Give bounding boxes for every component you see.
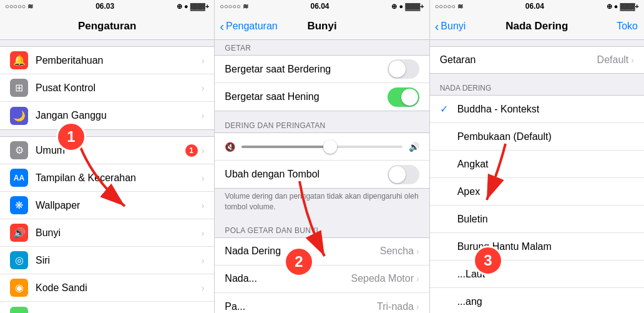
chevron-back-icon-2: ‹ bbox=[220, 20, 224, 32]
chevron-nada-3: › bbox=[416, 302, 419, 312]
nav-title-1: Pengaturan bbox=[78, 20, 137, 32]
vol-high-icon: 🔊 bbox=[409, 142, 419, 152]
value-nada-3: Tri-nada bbox=[377, 301, 414, 312]
getaran-chevron: › bbox=[631, 55, 634, 65]
ringtone-laut[interactable]: ✓ ...Laut bbox=[430, 261, 644, 288]
signal-left-2: ○○○○○ ≋ bbox=[220, 2, 248, 11]
header-nada-dering-section: NADA DERING bbox=[430, 80, 644, 95]
ringtone-angkat[interactable]: ✓ Angkat bbox=[430, 151, 644, 178]
list-item-tampilan[interactable]: AA Tampilan & Kecerahan › bbox=[0, 164, 214, 192]
list-item-last[interactable]: — › bbox=[0, 302, 214, 313]
chevron-last: › bbox=[202, 311, 205, 313]
list-item-wallpaper[interactable]: ❋ Wallpaper › bbox=[0, 192, 214, 219]
settings-group-2: ⚙ Umum 1 › AA Tampilan & Kecerahan › ❋ W… bbox=[0, 136, 214, 313]
label-wallpaper: Wallpaper bbox=[36, 200, 202, 211]
list-item-umum[interactable]: ⚙ Umum 1 › bbox=[0, 137, 214, 164]
label-pusatkontrol: Pusat Kontrol bbox=[36, 82, 202, 94]
time-2: 06.04 bbox=[310, 2, 329, 11]
status-right-2: ⊕ ● ▓▓▓+ bbox=[391, 2, 424, 11]
list-item-ubah-tombol[interactable]: Ubah dengan Tombol bbox=[215, 161, 429, 188]
label-buletin: Buletin bbox=[457, 214, 634, 225]
nav-bar-1: Pengaturan bbox=[0, 12, 214, 40]
chevron-umum: › bbox=[202, 146, 205, 156]
list-item-pusatkontrol[interactable]: ⊞ Pusat Kontrol › bbox=[0, 74, 214, 102]
list-item-siri[interactable]: ◎ Siri › bbox=[0, 247, 214, 274]
back-label-3: Bunyi bbox=[441, 21, 466, 32]
back-button-2[interactable]: ‹ Pengaturan bbox=[220, 20, 277, 32]
icon-kodesandi: ◉ bbox=[10, 279, 28, 297]
icon-umum: ⚙ bbox=[10, 141, 28, 159]
nav-right-toko[interactable]: Toko bbox=[617, 21, 638, 32]
getaran-value: Default bbox=[597, 54, 629, 66]
vol-fill bbox=[242, 146, 330, 148]
chevron-wallpaper: › bbox=[202, 201, 205, 211]
vol-low-icon: 🔇 bbox=[225, 142, 235, 152]
list-item-kodesandi[interactable]: ◉ Kode Sandi › bbox=[0, 274, 214, 302]
chevron-nada-dering: › bbox=[416, 246, 419, 256]
chevron-nada-2: › bbox=[416, 274, 419, 284]
list-item-nada-dering[interactable]: Nada Dering Sencha › bbox=[215, 238, 429, 266]
label-bunyi: Bunyi bbox=[36, 227, 202, 239]
panel1-content: 🔔 Pemberitahuan › ⊞ Pusat Kontrol › 🌙 Ja… bbox=[0, 40, 214, 313]
icon-pusatkontrol: ⊞ bbox=[10, 79, 28, 97]
signal-left-3: ○○○○○ ≋ bbox=[435, 2, 463, 11]
ringtone-list: ✓ Buddha - Kontekst ✓ Pembukaan (Default… bbox=[430, 95, 644, 313]
volume-row[interactable]: 🔇 🔊 bbox=[215, 133, 429, 161]
checkmark-buddha: ✓ bbox=[440, 103, 452, 115]
nav-bar-3: ‹ Bunyi Nada Dering Toko bbox=[430, 12, 644, 40]
ringtone-ang[interactable]: ✓ ...ang bbox=[430, 288, 644, 313]
volume-slider[interactable] bbox=[242, 146, 402, 148]
toggle-bergetar-hening[interactable] bbox=[388, 87, 419, 107]
time-1: 06.03 bbox=[95, 2, 114, 11]
toggle-bergetar-berdering[interactable] bbox=[388, 59, 419, 79]
icon-bunyi: 🔊 bbox=[10, 224, 28, 242]
chevron-siri: › bbox=[202, 256, 205, 266]
back-button-3[interactable]: ‹ Bunyi bbox=[435, 20, 466, 32]
ringtone-burunghantu[interactable]: ✓ Burung Hantu Malam bbox=[430, 233, 644, 261]
group-pola: Nada Dering Sencha › Nada... Sepeda Moto… bbox=[215, 237, 429, 313]
list-item-nada-2[interactable]: Nada... Sepeda Motor › bbox=[215, 266, 429, 293]
toggle-ubah-tombol[interactable] bbox=[388, 165, 419, 184]
label-bergetar-hening: Bergetar saat Hening bbox=[225, 91, 387, 102]
chevron-janganganggu: › bbox=[202, 111, 205, 121]
list-item-janganganggu[interactable]: 🌙 Jangan Ganggu › bbox=[0, 102, 214, 129]
settings-group-1: 🔔 Pemberitahuan › ⊞ Pusat Kontrol › 🌙 Ja… bbox=[0, 46, 214, 130]
value-nada-2: Sepeda Motor bbox=[351, 273, 414, 284]
list-item-bergetar-hening[interactable]: Bergetar saat Hening bbox=[215, 83, 429, 111]
list-item-bunyi[interactable]: 🔊 Bunyi › bbox=[0, 219, 214, 247]
chevron-kodesandi: › bbox=[202, 283, 205, 293]
chevron-pemberitahuan: › bbox=[202, 56, 205, 66]
panel-pengaturan: ○○○○○ ≋ 06.03 ⊕ ● ▓▓▓+ Pengaturan 🔔 Pemb… bbox=[0, 0, 215, 313]
header-getar: GETAR bbox=[215, 40, 429, 55]
label-bergetar-berdering: Bergetar saat Berdering bbox=[225, 64, 387, 75]
vol-thumb bbox=[323, 140, 337, 154]
list-item-nada-3[interactable]: Pa... Tri-nada › bbox=[215, 293, 429, 313]
circle-num-1: 1 bbox=[56, 122, 86, 152]
getaran-row[interactable]: Getaran Default › bbox=[430, 46, 644, 74]
badge-umum: 1 bbox=[185, 144, 198, 157]
icon-last: — bbox=[10, 307, 28, 314]
ringtone-apex[interactable]: ✓ Apex bbox=[430, 178, 644, 206]
group-dering: 🔇 🔊 Ubah dengan Tombol bbox=[215, 132, 429, 189]
label-ubah-tombol: Ubah dengan Tombol bbox=[225, 169, 387, 180]
back-label-2: Pengaturan bbox=[226, 21, 278, 32]
ringtone-buddha[interactable]: ✓ Buddha - Kontekst bbox=[430, 96, 644, 123]
status-right-1: ⊕ ● ▓▓▓+ bbox=[177, 2, 209, 11]
label-pembukaan: Pembukaan (Default) bbox=[457, 131, 634, 142]
chevron-bunyi: › bbox=[202, 228, 205, 238]
time-3: 06.04 bbox=[525, 2, 544, 11]
header-pola: POLA GETAR DAN BUNYI bbox=[215, 222, 429, 237]
icon-siri: ◎ bbox=[10, 251, 28, 269]
panel-nada-dering: ○○○○○ ≋ 06.04 ⊕ ● ▓▓▓+ ‹ Bunyi Nada Deri… bbox=[430, 0, 644, 313]
list-item-bergetar-berdering[interactable]: Bergetar saat Berdering bbox=[215, 56, 429, 83]
label-pemberitahuan: Pemberitahuan bbox=[36, 55, 202, 66]
ringtone-pembukaan[interactable]: ✓ Pembukaan (Default) bbox=[430, 123, 644, 151]
label-nada-2: Nada... bbox=[225, 273, 351, 284]
status-bar-1: ○○○○○ ≋ 06.03 ⊕ ● ▓▓▓+ bbox=[0, 0, 214, 12]
circle-num-2: 2 bbox=[284, 247, 314, 277]
ringtone-buletin[interactable]: ✓ Buletin bbox=[430, 206, 644, 233]
label-buddha: Buddha - Kontekst bbox=[457, 104, 634, 115]
label-siri: Siri bbox=[36, 255, 202, 266]
label-angkat: Angkat bbox=[457, 159, 634, 170]
list-item-pemberitahuan[interactable]: 🔔 Pemberitahuan › bbox=[0, 47, 214, 74]
